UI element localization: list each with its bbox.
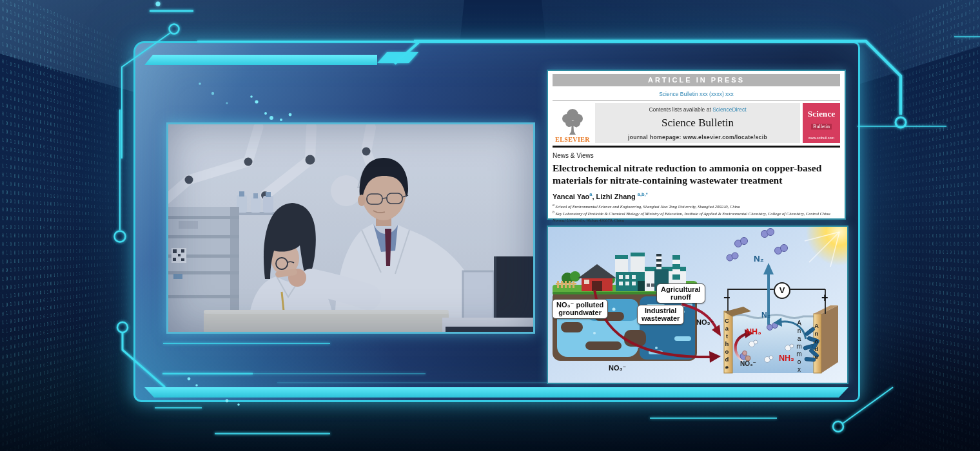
graphical-abstract-panel: NO₃⁻ pollutedgroundwater Agriculturalrun… [547, 225, 848, 384]
author-line: Yancai Yaoa, Lizhi Zhang a,b,* [553, 191, 840, 200]
journal-masthead: Contents lists available at ScienceDirec… [595, 103, 800, 143]
cathode-label: Cathode [723, 317, 730, 374]
chimney-striped [672, 255, 680, 285]
chimney-thin [656, 254, 662, 269]
author-2-affil-sup: a,b,* [638, 191, 648, 197]
nh3-label-cathode: NH₃ [746, 327, 761, 336]
n2-label-top: N₂ [754, 254, 764, 264]
article-title: Electrochemical nitrate reduction to amm… [553, 162, 840, 187]
sun [805, 227, 847, 267]
no3-label-lower: NO₃⁻ [609, 364, 626, 372]
author-1[interactable]: Yancai Yao [553, 192, 589, 200]
affiliation-a: a School of Environmental Science and En… [553, 203, 840, 210]
anode-side-face [821, 305, 838, 373]
journal-header: ELSEVIER Contents lists available at Sci… [553, 103, 840, 143]
voltmeter: V [774, 282, 790, 299]
author-2[interactable]: Lizhi Zhang [596, 192, 636, 200]
frame-top-step-bar [144, 55, 377, 65]
citation-line[interactable]: Science Bulletin xxx (xxxx) xxx [548, 91, 845, 97]
journal-homepage[interactable]: journal homepage: www.elsevier.com/locat… [595, 134, 800, 140]
logo-word-bulletin: Bulletin [811, 124, 832, 130]
anode-label: Anode [813, 322, 820, 372]
sciencedirect-link[interactable]: ScienceDirect [712, 106, 746, 113]
elsevier-tree-icon [559, 107, 586, 135]
journal-article-panel: ARTICLE IN PRESS Science Bulletin xxx (x… [547, 70, 846, 220]
contents-line: Contents lists available at ScienceDirec… [595, 106, 800, 113]
no3-label-cell: NO₃⁻ [740, 360, 756, 367]
divider [553, 101, 840, 101]
logo-url: www.scibull.com [803, 136, 840, 140]
affiliations: a School of Environmental Science and En… [553, 203, 840, 223]
industrial-wastewater-label: Industrialwastewater [637, 305, 684, 325]
journal-title: Science Bulletin [595, 117, 800, 130]
article-title-line1: Electrochemical nitrate reduction to amm… [553, 162, 840, 175]
no3-label-upper: NO₃⁻ [696, 318, 714, 327]
section-label: News & Views [553, 152, 840, 159]
anammox-label: Anammox [796, 320, 803, 374]
logo-word-science: Science [803, 109, 840, 119]
science-bulletin-cover-logo: Science Bulletin www.scibull.com [803, 103, 840, 143]
elsevier-wordmark: ELSEVIER [555, 136, 590, 143]
plus-terminal: + [821, 291, 828, 305]
photo-blue-tint [168, 124, 533, 332]
article-title-line2: materials for nitrate-containing wastewa… [553, 175, 840, 187]
article-in-press-banner: ARTICLE IN PRESS [553, 74, 840, 86]
lab-photo [166, 122, 535, 334]
thick-divider [553, 146, 840, 148]
n2-label-cell: N₂ [761, 311, 770, 320]
minus-terminal: − [723, 291, 730, 305]
affiliation-b: b Key Laboratory of Pesticide & Chemical… [553, 210, 840, 223]
frame-bottom-bar [144, 387, 848, 398]
elsevier-logo[interactable]: ELSEVIER [553, 103, 593, 143]
agricultural-runoff-label: Agriculturalrunoff [656, 283, 705, 303]
groundwater-label: NO₃⁻ pollutedgroundwater [552, 299, 608, 319]
nh3-label-anode: NH₃ [779, 354, 794, 363]
fence [556, 281, 576, 288]
promo-graphic: 1011010001101001110100100010110110010110… [0, 0, 980, 451]
